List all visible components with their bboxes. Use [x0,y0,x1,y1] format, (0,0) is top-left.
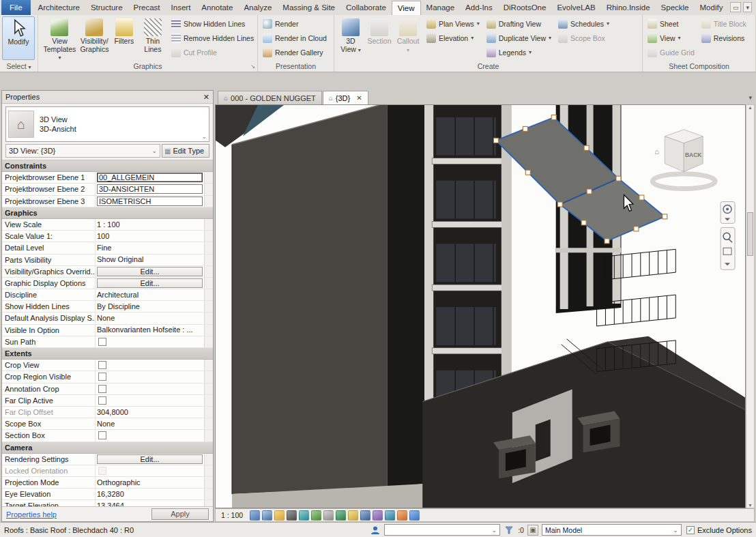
type-selector[interactable]: ⌂ 3D View 3D-Ansicht ⌄ [5,106,209,142]
modify-button[interactable]: Modify [2,16,35,60]
model-canvas[interactable]: ⌂ BACK [215,104,746,508]
shape-grip[interactable] [581,220,586,225]
detail-level-icon[interactable] [250,510,260,521]
render-gallery-button[interactable]: Render Gallery [260,45,330,59]
section-header-extents[interactable]: Extents [2,348,213,360]
ribbon-tab-modify[interactable]: Modify [695,1,729,15]
shape-grip[interactable] [551,115,556,119]
property-value[interactable]: Orthographic [96,477,204,488]
apply-button[interactable]: Apply [151,508,209,520]
instance-selector[interactable]: 3D View: {3D} ⌄ [5,144,160,158]
active-workset-dropdown[interactable]: ⌄ [384,524,500,536]
ribbon-tab-analyze[interactable]: Analyze [238,1,277,15]
checkbox[interactable] [98,431,106,439]
building-mass[interactable] [232,105,424,494]
visual-style-icon[interactable] [262,510,272,521]
worksets-icon[interactable] [370,525,381,536]
shape-grip[interactable] [525,170,530,175]
sheet-button[interactable]: Sheet [645,16,697,31]
shape-grip[interactable] [493,138,498,143]
sun-path-icon[interactable] [274,510,285,521]
property-value[interactable]: Show Original [96,255,204,265]
checkbox[interactable] [98,338,106,346]
view-tab-3d[interactable]: ⌂{3D}✕ [323,91,368,104]
highlight-displacement-sets-icon[interactable] [397,510,407,521]
ribbon-tab-dirootsone[interactable]: DiRootsOne [498,1,552,15]
3d-view-button[interactable]: 3DView ▾ [336,16,365,60]
reveal-hidden-elements-icon[interactable] [348,510,358,521]
show-hidden-lines-button[interactable]: Show Hidden Lines [169,16,257,31]
show-crop-region-icon[interactable] [323,510,334,521]
property-value[interactable]: 1 : 100 [96,219,204,230]
navigation-bar[interactable] [721,202,735,270]
property-value[interactable]: Fine [96,242,204,253]
property-value[interactable]: 304,8000 [96,407,204,418]
checkbox[interactable] [98,361,106,369]
shape-grip[interactable] [523,126,527,131]
tab-overflow-icon[interactable]: ▾ [748,94,755,101]
plan-views-button[interactable]: Plan Views▾ [424,16,482,31]
design-options-icon[interactable]: ▣ [527,525,538,536]
ribbon-tab-view[interactable]: View [392,1,421,15]
show-analytical-model-icon[interactable] [385,510,395,521]
ribbon-tab-evolvelab[interactable]: EvolveLAB [551,1,600,15]
view-tab-000-golden-nugget[interactable]: ⌂000 - GOLDEN NUGGET [218,91,322,104]
view-templates-button[interactable]: ViewTemplates ▾ [40,16,79,60]
shape-grip[interactable] [663,214,667,219]
scroll-down-icon[interactable]: ▼ [748,503,753,508]
edit-button[interactable]: Edit... [97,454,203,464]
drafting-view-button[interactable]: Drafting View [484,16,554,31]
chevron-down-icon[interactable]: ⌄ [201,133,207,140]
shape-grip[interactable] [616,176,621,181]
ribbon-tab-add-ins[interactable]: Add-Ins [460,1,498,15]
close-icon[interactable]: ✕ [203,93,209,102]
revisions-button[interactable]: Revisions [699,31,749,45]
section-button[interactable]: Section [365,16,394,60]
crop-view-icon[interactable] [311,510,321,521]
shape-grip[interactable] [587,189,592,194]
balcony-bay[interactable] [424,105,512,423]
title-block-button[interactable]: Title Block [699,16,749,31]
ribbon-toggle-icon[interactable]: ▭ [730,2,742,12]
edit-type-button[interactable]: ▦ Edit Type [162,144,209,158]
scrollbar-thumb[interactable] [747,212,753,256]
property-value[interactable]: 16,3280 [96,489,204,499]
design-option-dropdown[interactable]: Main Model ⌄ [542,524,682,536]
section-header-camera[interactable]: Camera [2,442,213,454]
ribbon-tab-rhino-inside[interactable]: Rhino.Inside [601,1,656,15]
property-value[interactable]: Architectural [96,289,204,300]
filter-icon[interactable] [504,525,514,536]
ribbon-tab-annotate[interactable]: Annotate [196,1,238,15]
shadows-icon[interactable] [287,510,297,521]
exclude-options-checkbox[interactable]: ✓ [686,526,695,534]
scroll-up-icon[interactable]: ▲ [748,105,753,110]
ribbon-tab-file[interactable]: File [1,0,31,15]
property-value[interactable]: None [96,313,204,323]
edit-button[interactable]: Edit... [97,267,203,276]
temporary-view-properties-icon[interactable] [373,510,383,521]
shape-grip[interactable] [584,145,589,150]
section-header-graphics[interactable]: Graphics [2,207,213,219]
ribbon-tab-speckle[interactable]: Speckle [656,1,695,15]
shape-grip[interactable] [557,202,562,207]
filters-button[interactable]: Filters [110,16,139,60]
properties-help-link[interactable]: Properties help [6,510,57,519]
temporary-hide-isolate-icon[interactable] [336,510,346,521]
chevron-down-icon[interactable]: ▾ [743,2,752,12]
shape-grip[interactable] [605,239,609,244]
ribbon-tab-massing-site[interactable]: Massing & Site [277,1,340,15]
legends-button[interactable]: Legends▾ [484,45,554,59]
render-button[interactable]: Render [260,16,330,31]
value-input[interactable]: 00_ALLGEMEIN [97,173,203,182]
edit-button[interactable]: Edit... [97,278,203,288]
home-icon[interactable]: ⌂ [654,147,659,156]
shape-grip[interactable] [634,227,639,231]
thin-lines-button[interactable]: ThinLines [139,16,167,60]
render-dialog-icon[interactable] [299,510,309,521]
ribbon-tab-manage[interactable]: Manage [421,1,461,15]
elevation-button[interactable]: Elevation▾ [424,31,482,45]
value-input[interactable]: 3D-ANSICHTEN [97,184,203,194]
checkbox[interactable] [98,373,106,381]
property-value[interactable]: 100 [96,231,204,242]
cut-profile-button[interactable]: Cut Profile [169,45,257,59]
